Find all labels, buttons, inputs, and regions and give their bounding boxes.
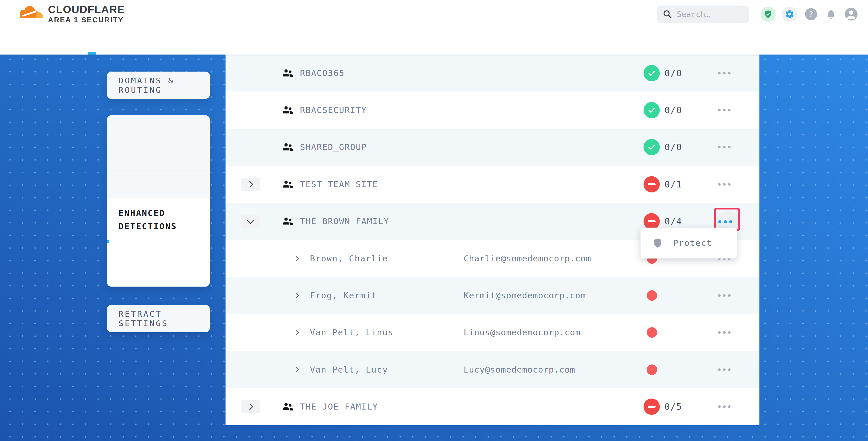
group-name: TEST TEAM SITE — [300, 179, 378, 189]
protected-count: 0/5 — [664, 401, 682, 412]
top-header: CLOUDFLARE AREA 1 SECURITY ? — [0, 0, 868, 28]
check-icon — [647, 106, 656, 115]
settings-gear-icon[interactable] — [782, 6, 797, 22]
unprotected-dot — [647, 290, 657, 301]
sidebar-enhanced-detections: ENHANCED DETECTIONS — [107, 198, 210, 252]
search-box[interactable] — [657, 5, 749, 23]
protected-count: 0/0 — [664, 68, 682, 78]
minus-icon — [648, 406, 656, 408]
member-name: Van Pelt, Lucy — [310, 365, 388, 375]
sidebar-policy-item[interactable] — [107, 143, 210, 170]
sidebar-policy-item[interactable] — [107, 170, 210, 198]
table-row-group[interactable]: SHARED_GROUP 0/0 — [225, 129, 760, 166]
table-row-group[interactable]: TEST TEAM SITE 0/1 — [225, 166, 760, 203]
row-actions-menu-button[interactable] — [718, 146, 731, 148]
table-row-group[interactable]: THE JOE FAMILY 0/5 — [225, 388, 760, 425]
group-name: RBACO365 — [300, 68, 345, 78]
row-actions-menu-button[interactable] — [718, 72, 731, 74]
sidebar-item-domains-routing[interactable]: DOMAINS & ROUTING — [107, 71, 210, 99]
check-icon — [647, 143, 656, 152]
chevron-icon — [247, 181, 253, 187]
group-icon — [281, 178, 294, 191]
check-icon — [647, 69, 656, 77]
row-actions-menu-button[interactable] — [718, 183, 731, 186]
sidebar-item-label: RETRACT SETTINGS — [119, 309, 210, 328]
status-badge — [644, 139, 660, 155]
protection-status-shield-icon[interactable] — [761, 6, 776, 22]
sidebar-item-retract-settings[interactable]: RETRACT SETTINGS — [107, 305, 210, 332]
status-badge — [644, 102, 660, 118]
sidebar-policies-card: ENHANCED DETECTIONS — [107, 115, 210, 287]
member-name: Van Pelt, Linus — [310, 327, 394, 338]
minus-icon — [648, 220, 656, 222]
brand-subtitle: AREA 1 SECURITY — [48, 16, 125, 24]
shield-icon — [652, 237, 663, 249]
search-input[interactable] — [676, 9, 740, 19]
account-avatar-icon[interactable] — [845, 8, 858, 21]
member-email: Linus@somedemocorp.com — [464, 327, 581, 338]
protected-count: 0/0 — [664, 142, 682, 152]
group-icon — [281, 215, 294, 228]
search-icon — [663, 9, 672, 19]
row-actions-menu-button[interactable] — [718, 294, 731, 297]
enhanced-detections-title[interactable]: ENHANCED DETECTIONS — [119, 207, 199, 233]
unprotected-dot — [647, 327, 657, 338]
context-menu-item-label: Protect — [673, 238, 712, 248]
chevron-right-icon[interactable] — [293, 293, 299, 298]
minus-icon — [648, 183, 656, 185]
group-icon — [281, 103, 294, 117]
chevron-icon — [247, 403, 253, 410]
row-actions-menu-button[interactable] — [718, 331, 731, 334]
member-email: Lucy@somedemocorp.com — [464, 365, 575, 375]
notifications-bell-icon[interactable] — [825, 6, 838, 22]
sidebar-policy-item[interactable] — [107, 115, 210, 143]
sidebar-item-label: DOMAINS & ROUTING — [119, 76, 210, 95]
table-row-group[interactable]: RBACSECURITY 0/0 — [225, 92, 760, 128]
status-badge — [644, 65, 660, 81]
group-icon — [281, 400, 294, 413]
expand-collapse-button[interactable] — [241, 178, 260, 191]
group-name: THE BROWN FAMILY — [300, 216, 389, 226]
group-icon — [281, 140, 294, 154]
row-actions-menu-button[interactable] — [718, 405, 731, 408]
help-glyph: ? — [809, 10, 813, 19]
chevron-right-icon[interactable] — [293, 367, 299, 372]
sidebar-enhanced-item[interactable] — [119, 241, 199, 252]
main-nav — [121, 0, 173, 28]
member-name: Frog, Kermit — [310, 290, 377, 301]
table-row-member[interactable]: Frog, Kermit Kermit@somedemocorp.com — [225, 277, 760, 314]
group-name: SHARED_GROUP — [300, 142, 367, 152]
cloudflare-cloud-icon — [17, 2, 46, 23]
member-email: Charlie@somedemocorp.com — [464, 254, 591, 263]
table-row-group[interactable]: RBACO365 0/0 — [225, 55, 760, 92]
expand-collapse-button[interactable] — [241, 215, 260, 228]
section-tabs — [0, 28, 868, 55]
protected-count: 0/0 — [664, 105, 682, 115]
expand-collapse-button[interactable] — [241, 400, 260, 413]
context-menu-protect[interactable]: Protect — [640, 228, 737, 258]
protected-count: 0/4 — [664, 216, 682, 226]
table-row-member[interactable]: Van Pelt, Linus Linus@somedemocorp.com — [225, 314, 760, 351]
help-icon[interactable]: ? — [805, 8, 817, 20]
status-badge — [644, 399, 660, 415]
group-name: THE JOE FAMILY — [300, 402, 378, 412]
group-icon — [281, 67, 294, 80]
brand-name: CLOUDFLARE — [48, 4, 125, 15]
row-actions-menu-button[interactable] — [718, 368, 731, 371]
member-email: Kermit@somedemocorp.com — [464, 290, 586, 301]
status-badge — [644, 213, 660, 229]
chevron-right-icon[interactable] — [293, 330, 299, 335]
chevron-right-icon[interactable] — [293, 256, 299, 261]
status-badge — [644, 176, 660, 192]
unprotected-dot — [647, 365, 657, 375]
cloudflare-logo: CLOUDFLARE AREA 1 SECURITY — [17, 2, 125, 24]
row-actions-menu-button[interactable] — [718, 109, 731, 112]
groups-table: RBACO365 0/0 RBACSECURITY 0/0 — [225, 55, 760, 425]
row-actions-menu-button-active[interactable] — [718, 220, 733, 223]
protected-count: 0/1 — [664, 179, 682, 190]
table-row-member[interactable]: Van Pelt, Lucy Lucy@somedemocorp.com — [225, 351, 760, 388]
member-name: Brown, Charlie — [310, 254, 388, 263]
group-name: RBACSECURITY — [300, 105, 367, 115]
chevron-icon — [247, 217, 254, 224]
